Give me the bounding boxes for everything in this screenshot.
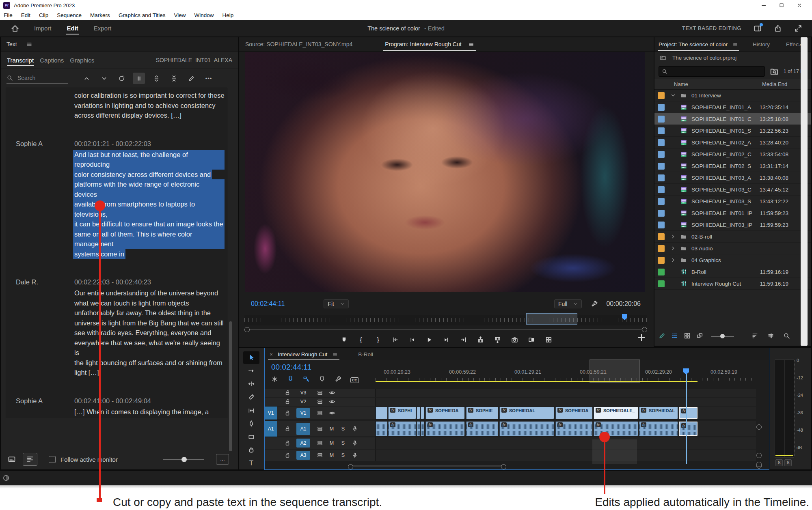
collapse-all-button[interactable] bbox=[168, 73, 180, 84]
label-color-chip[interactable] bbox=[658, 280, 665, 287]
transcript-list[interactable]: color calibration is so important to cor… bbox=[6, 88, 227, 418]
more-options-button[interactable]: ••• bbox=[203, 73, 215, 84]
program-timecode[interactable]: 00:02:44:11 bbox=[251, 300, 285, 308]
project-grid-button[interactable] bbox=[767, 332, 774, 341]
transcript-line[interactable]: variations in lighting and to achieve co… bbox=[74, 101, 225, 111]
transcript-line[interactable]: color consistency across different devic… bbox=[73, 170, 212, 180]
comparison-view-button[interactable] bbox=[526, 335, 537, 345]
timeline-ruler[interactable]: 00:00:29:2300:00:59:2200:01:29:2100:01:5… bbox=[376, 368, 756, 381]
timeline-horizontal-scrollbar[interactable] bbox=[348, 464, 506, 468]
tab-captions[interactable]: Captions bbox=[40, 53, 64, 68]
project-vertical-scrollbar[interactable] bbox=[801, 37, 808, 346]
source-patch[interactable]: V1 bbox=[265, 407, 277, 420]
audio-clip[interactable]: fx bbox=[555, 422, 592, 436]
timeline-clip[interactable]: fxSOPHIEDAL bbox=[499, 407, 554, 419]
transcript-line[interactable]: everywhere that we see, what we're reall… bbox=[74, 338, 225, 358]
workspace-switcher-icon[interactable] bbox=[754, 24, 762, 32]
extract-button[interactable] bbox=[492, 335, 503, 345]
project-row-sophiedale-int02-a[interactable]: SOPHIEDALE_INT02_A13:28:40:20 bbox=[654, 137, 811, 148]
tab-graphics[interactable]: Graphics bbox=[70, 53, 94, 68]
project-row-sophiedale-int01-a[interactable]: SOPHIEDALE_INT01_A13:20:35:14 bbox=[654, 101, 811, 113]
timeline-clip[interactable] bbox=[421, 407, 424, 419]
text-zoom-slider[interactable] bbox=[163, 459, 204, 460]
source-patch[interactable] bbox=[265, 389, 277, 397]
program-zoom-bar[interactable] bbox=[244, 327, 647, 332]
navigate-up-icon[interactable] bbox=[659, 54, 667, 61]
timeline-settings-button[interactable] bbox=[335, 376, 341, 384]
search-bin-icon[interactable] bbox=[769, 67, 780, 76]
project-row-b-roll[interactable]: B-Roll11:59:16:19 bbox=[654, 266, 811, 278]
panel-menu-icon[interactable] bbox=[26, 41, 32, 47]
project-column-headers[interactable]: Name Media End bbox=[654, 79, 811, 90]
track-header-a3[interactable]: A3MS bbox=[265, 450, 376, 461]
audio-clip[interactable] bbox=[421, 422, 424, 436]
label-color-chip[interactable] bbox=[658, 116, 665, 123]
snap-button[interactable] bbox=[287, 376, 294, 384]
transcript-line[interactable]: light […] bbox=[74, 368, 225, 378]
selection-tool[interactable] bbox=[243, 351, 259, 364]
panel-menu-icon[interactable] bbox=[468, 41, 474, 47]
timeline-clip[interactable]: fxSOPHIEDALE_ bbox=[594, 407, 638, 419]
follow-active-monitor-checkbox[interactable] bbox=[49, 456, 56, 463]
transcript-line[interactable]: across different display devices. […] bbox=[74, 110, 225, 121]
label-color-chip[interactable] bbox=[658, 257, 665, 264]
audio-clip[interactable] bbox=[417, 422, 420, 436]
mute-button[interactable]: M bbox=[329, 440, 335, 446]
timeline-clip[interactable]: fxSOPHIE bbox=[466, 407, 498, 419]
transcript-segment[interactable]: Sophie A00:02:01:21 - 00:02:22:03And las… bbox=[6, 140, 227, 259]
label-color-chip[interactable] bbox=[658, 151, 665, 158]
mute-button[interactable]: M bbox=[329, 452, 335, 458]
timeline-clip[interactable] bbox=[417, 407, 420, 419]
timeline-clip[interactable]: fxSOPHIEDA bbox=[555, 407, 592, 419]
panel-menu-icon[interactable] bbox=[332, 351, 338, 357]
project-row-sophiedale-int03-s[interactable]: SOPHIEDALE_INT03_S13:43:12:22 bbox=[654, 196, 811, 207]
project-row-interview-rough-cut[interactable]: Interview Rough Cut11:59:16:19 bbox=[654, 278, 811, 290]
export-frame-button[interactable] bbox=[509, 335, 520, 345]
effects-tab[interactable]: Effects bbox=[786, 41, 799, 47]
audio-clip[interactable]: fx bbox=[388, 422, 416, 436]
previous-search-button[interactable] bbox=[80, 73, 93, 84]
timeline-tab-b-roll[interactable]: B-Roll bbox=[358, 351, 373, 357]
project-row-03-audio[interactable]: 03 Audio bbox=[654, 243, 811, 254]
mute-button[interactable]: M bbox=[329, 426, 335, 432]
source-patch[interactable] bbox=[265, 450, 277, 461]
nest-toggle-button[interactable] bbox=[271, 376, 278, 384]
close-tab-icon[interactable]: × bbox=[270, 351, 273, 357]
timeline-clip[interactable] bbox=[376, 407, 387, 419]
rectangle-tool[interactable] bbox=[243, 430, 259, 443]
freeform-view-button[interactable] bbox=[696, 332, 703, 341]
label-color-chip[interactable] bbox=[658, 210, 665, 217]
menu-sequence[interactable]: Sequence bbox=[57, 12, 82, 18]
workspace-tab-export[interactable]: Export bbox=[93, 21, 112, 35]
track-header-v2[interactable]: V2 bbox=[265, 398, 376, 406]
solo-button[interactable]: S bbox=[340, 452, 346, 458]
menu-edit[interactable]: Edit bbox=[21, 12, 30, 18]
track-name[interactable]: A2 bbox=[296, 439, 310, 448]
transcript-line[interactable]: color calibration is so important to cor… bbox=[74, 90, 225, 101]
pen-tool[interactable] bbox=[243, 417, 259, 430]
sort-items-button[interactable] bbox=[752, 332, 758, 341]
column-media-end[interactable]: Media End bbox=[762, 81, 787, 87]
zoom-bar-handle-left[interactable] bbox=[244, 327, 250, 332]
list-view-button[interactable] bbox=[671, 332, 678, 341]
track-name[interactable]: V2 bbox=[296, 398, 310, 405]
label-color-chip[interactable] bbox=[658, 233, 665, 240]
solo-left-button[interactable]: S bbox=[775, 459, 783, 466]
playback-resolution-dropdown[interactable]: Full bbox=[554, 299, 582, 308]
hand-tool[interactable] bbox=[243, 444, 259, 456]
refresh-transcript-button[interactable] bbox=[115, 73, 127, 84]
transcript-line[interactable]: see with radio eyes. Everything, everyon… bbox=[74, 328, 225, 338]
expand-all-button[interactable] bbox=[150, 73, 162, 84]
go-to-out-button[interactable] bbox=[458, 335, 469, 345]
razor-tool[interactable] bbox=[243, 391, 259, 404]
track-header-a1[interactable]: A1A1MS bbox=[265, 421, 376, 437]
panel-menu-icon[interactable] bbox=[732, 41, 738, 47]
project-row-sophiedale-int03-c[interactable]: SOPHIEDALE_INT03_C13:47:45:12 bbox=[654, 184, 811, 196]
menu-view[interactable]: View bbox=[174, 12, 186, 18]
project-row-02-b-roll[interactable]: 02-B-roll bbox=[654, 231, 811, 243]
mark-out-button[interactable]: } bbox=[373, 335, 383, 345]
solo-button[interactable]: S bbox=[340, 440, 346, 446]
timeline-clip[interactable]: fxSOPHI bbox=[388, 407, 416, 419]
transcript-segment[interactable]: Dale R.00:02:22:03 - 00:02:40:23Our enti… bbox=[6, 278, 227, 378]
minimize-icon[interactable] bbox=[761, 2, 767, 8]
